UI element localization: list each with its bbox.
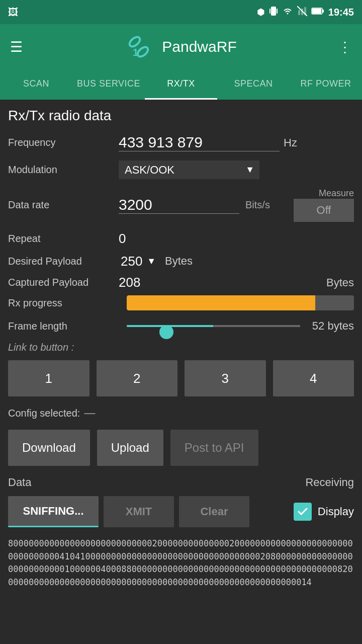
bluetooth-icon: ⬢ xyxy=(257,7,265,18)
signal-off-icon xyxy=(297,6,307,19)
repeat-label: Repeat xyxy=(8,233,119,245)
desired-payload-unit: Bytes xyxy=(165,255,193,268)
status-bar-right: ⬢ xyxy=(257,6,354,19)
captured-payload-row: Captured Payload 208 Bytes xyxy=(8,275,354,290)
link-button-1[interactable]: 1 xyxy=(8,360,89,396)
svg-rect-2 xyxy=(277,9,278,14)
hex-data: 8000000000000000000000000000200000000000… xyxy=(0,535,362,591)
vibrate-icon xyxy=(269,6,278,19)
config-label: Config selected: xyxy=(8,408,80,419)
battery-icon xyxy=(311,7,324,18)
captured-payload-label: Captured Payload xyxy=(8,277,119,288)
app-bar-center: 1 PandwaRF xyxy=(124,32,236,62)
desired-payload-value-wrap: 250 128 64 512 ▼ Bytes xyxy=(119,253,193,270)
status-receiving: Receiving xyxy=(305,476,354,489)
desired-payload-select[interactable]: 250 128 64 512 xyxy=(119,253,157,270)
app-bar: ☰ 1 PandwaRF ⋮ xyxy=(0,24,362,69)
hamburger-menu[interactable]: ☰ xyxy=(10,39,23,55)
captured-payload-unit: Bytes xyxy=(326,276,354,289)
download-button[interactable]: Download xyxy=(8,430,90,466)
display-wrap: Display xyxy=(294,503,354,521)
svg-rect-9 xyxy=(312,9,321,14)
desired-payload-row: Desired Payload 250 128 64 512 ▼ Bytes xyxy=(8,253,354,270)
frame-length-row: Frame length 52 bytes xyxy=(8,319,354,333)
display-checkbox[interactable] xyxy=(294,503,312,521)
tab-bus-service[interactable]: BUS SERVICE xyxy=(72,69,145,100)
xmit-button[interactable]: XMIT xyxy=(104,496,174,527)
frequency-label: Frequency xyxy=(8,137,119,148)
datarate-row: Data rate Bits/s Measure Off xyxy=(8,188,354,222)
status-bar-left: 🖼 xyxy=(8,7,18,18)
status-time: 19:45 xyxy=(328,7,354,18)
config-selected-row: Config selected: — xyxy=(8,407,354,420)
data-label: Data xyxy=(8,476,31,489)
svg-rect-3 xyxy=(298,10,300,15)
measure-col: Measure Off xyxy=(294,188,354,222)
link-button-3[interactable]: 3 xyxy=(185,360,266,396)
modulation-select[interactable]: ASK/OOK FSK GFSK MSK OOK xyxy=(119,160,259,179)
more-options-icon[interactable]: ⋮ xyxy=(338,39,352,55)
rx-progress-row: Rx progress xyxy=(8,295,354,310)
link-buttons: 1 2 3 4 xyxy=(8,360,354,396)
data-status-row: Data Receiving xyxy=(0,476,362,489)
control-buttons: SNIFFING... XMIT Clear Display xyxy=(0,496,362,527)
rx-progress-bar xyxy=(127,295,354,310)
datarate-unit: Bits/s xyxy=(245,199,270,211)
display-label: Display xyxy=(318,505,354,518)
tab-bar: SCAN BUS SERVICE RX/TX SPECAN RF POWER xyxy=(0,69,362,100)
repeat-row: Repeat 0 xyxy=(8,231,354,247)
captured-payload-value: 208 xyxy=(119,275,322,290)
sniffing-button[interactable]: SNIFFING... xyxy=(8,496,99,527)
app-logo: 1 xyxy=(124,32,154,62)
tab-scan[interactable]: SCAN xyxy=(0,69,72,100)
modulation-select-wrapper: ASK/OOK FSK GFSK MSK OOK ▼ xyxy=(119,160,259,179)
main-content: Rx/Tx radio data Frequency Hz Modulation… xyxy=(0,100,362,420)
upload-button[interactable]: Upload xyxy=(97,430,163,466)
screen-icon: 🖼 xyxy=(8,7,18,18)
frame-length-label: Frame length xyxy=(8,320,119,332)
config-value: — xyxy=(84,407,95,420)
frame-length-slider[interactable] xyxy=(127,325,300,327)
app-title: PandwaRF xyxy=(162,38,236,55)
desired-payload-select-wrap: 250 128 64 512 ▼ xyxy=(119,253,157,270)
frequency-row: Frequency Hz xyxy=(8,134,354,151)
clear-button[interactable]: Clear xyxy=(179,496,249,527)
frame-length-value: 52 bytes xyxy=(312,319,354,333)
desired-payload-label: Desired Payload xyxy=(8,256,119,267)
tab-rx-tx[interactable]: RX/TX xyxy=(145,69,217,100)
measure-label: Measure xyxy=(319,188,354,199)
page-title: Rx/Tx radio data xyxy=(8,108,354,124)
datarate-label: Data rate xyxy=(8,199,119,211)
post-api-button[interactable]: Post to API xyxy=(170,430,258,466)
datarate-input[interactable] xyxy=(119,196,239,214)
rx-progress-label: Rx progress xyxy=(8,297,119,309)
action-buttons: Download Upload Post to API xyxy=(0,430,362,466)
svg-rect-1 xyxy=(269,9,270,14)
status-bar: 🖼 ⬢ xyxy=(0,0,362,24)
modulation-row: Modulation ASK/OOK FSK GFSK MSK OOK ▼ xyxy=(8,160,354,179)
repeat-value: 0 xyxy=(119,231,354,247)
frequency-unit: Hz xyxy=(284,136,297,149)
frequency-input[interactable] xyxy=(119,134,280,151)
tab-specan[interactable]: SPECAN xyxy=(217,69,290,100)
link-button-2[interactable]: 2 xyxy=(97,360,178,396)
rx-progress-fill xyxy=(127,295,315,310)
svg-text:1: 1 xyxy=(133,47,138,58)
wifi-icon xyxy=(282,7,293,18)
link-to-button-label: Link to button : xyxy=(8,342,354,353)
tab-rf-power[interactable]: RF POWER xyxy=(290,69,362,100)
svg-rect-0 xyxy=(271,7,276,16)
measure-button[interactable]: Off xyxy=(294,199,354,222)
link-button-4[interactable]: 4 xyxy=(273,360,354,396)
svg-rect-8 xyxy=(322,10,324,13)
modulation-label: Modulation xyxy=(8,164,119,176)
